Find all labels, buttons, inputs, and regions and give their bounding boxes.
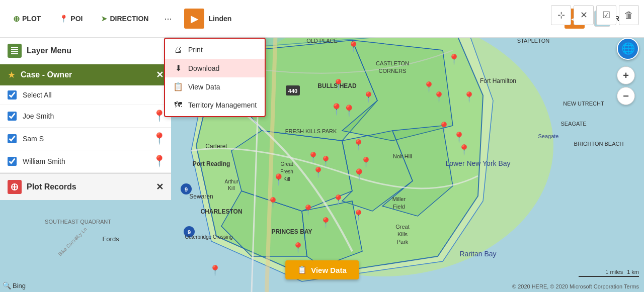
svg-text:📍: 📍	[319, 217, 332, 229]
copyright-text: © 2020 HERE, © 2020 Microsoft Corporatio…	[512, 283, 639, 289]
list-item: Sam S 📍	[0, 128, 171, 150]
view-data-button[interactable]: 📋 View Data	[285, 260, 359, 279]
cursor-icon: ⊹	[557, 10, 565, 21]
scale-miles: 1 miles	[605, 269, 623, 275]
territory-management-menu-item[interactable]: 🗺 Territory Management	[165, 96, 265, 114]
poi-label: POI	[70, 15, 83, 23]
case-owner-title: Case - Owner	[21, 70, 72, 79]
joe-smith-pin: 📍	[154, 110, 164, 122]
print-menu-item[interactable]: 🖨 Print	[165, 41, 265, 59]
svg-text:Port Reading: Port Reading	[193, 160, 230, 167]
svg-text:Carteret: Carteret	[205, 143, 227, 150]
poi-nav-button[interactable]: 📍 POI	[51, 11, 91, 27]
case-owner-header: ★ Case - Owner ✕	[0, 64, 171, 85]
svg-text:Lower New York Bay: Lower New York Bay	[445, 159, 510, 167]
joe-smith-label: Joe Smith	[23, 112, 148, 120]
svg-text:OLD PLACE: OLD PLACE	[306, 38, 338, 44]
svg-text:CHARLESTON: CHARLESTON	[200, 208, 242, 215]
svg-text:FRESH KILLS PARK: FRESH KILLS PARK	[285, 128, 337, 134]
svg-text:📍: 📍	[453, 131, 465, 143]
direction-nav-button[interactable]: ➤ DIRECTION	[93, 11, 156, 27]
print-icon: 🖨	[173, 45, 183, 54]
svg-text:Park: Park	[397, 239, 409, 245]
sam-s-label: Sam S	[23, 135, 148, 143]
zoom-out-button[interactable]: −	[617, 87, 635, 105]
svg-text:SOUTHEAST QUADRANT: SOUTHEAST QUADRANT	[45, 219, 111, 225]
svg-text:CASTLETON: CASTLETON	[376, 60, 409, 66]
svg-text:Miller: Miller	[392, 196, 406, 202]
check-tool-icon: ☑	[602, 10, 610, 21]
svg-text:📍: 📍	[332, 194, 345, 206]
layer-menu-header: Layer Menu	[0, 38, 171, 64]
view-data-icon-btn: 📋	[297, 265, 307, 274]
bing-label: Bing	[13, 282, 26, 289]
territory-label: Territory Management	[188, 101, 257, 109]
svg-rect-89	[11, 51, 18, 52]
svg-text:Raritan Bay: Raritan Bay	[459, 250, 496, 258]
svg-text:📍: 📍	[347, 41, 360, 53]
case-owner-close-button[interactable]: ✕	[156, 69, 164, 80]
linden-label: Linden	[208, 15, 231, 23]
svg-text:📍: 📍	[312, 166, 325, 178]
close-tool-button[interactable]: ✕	[574, 5, 594, 25]
svg-text:📍: 📍	[267, 197, 279, 209]
joe-smith-checkbox[interactable]	[8, 112, 17, 121]
territory-icon: 🗺	[173, 101, 183, 110]
view-data-icon: 📋	[173, 82, 183, 91]
svg-text:📍: 📍	[463, 91, 475, 103]
svg-text:📍: 📍	[352, 168, 366, 181]
plot-records-close-button[interactable]: ✕	[156, 181, 164, 192]
svg-text:PRINCES BAY: PRINCES BAY	[272, 228, 312, 235]
plot-label: PLOT	[22, 15, 41, 23]
direction-nav-label: DIRECTION	[110, 15, 148, 23]
sidebar: Layer Menu ★ Case - Owner ✕ Select All J…	[0, 38, 171, 200]
globe-button[interactable]: 🌐	[617, 38, 639, 60]
zoom-in-icon: +	[623, 70, 629, 81]
map-controls-right: 🌐 + −	[617, 38, 639, 105]
svg-text:440: 440	[288, 88, 297, 94]
svg-text:📍: 📍	[458, 144, 470, 156]
svg-text:Arthur: Arthur	[224, 179, 238, 184]
star-icon: ★	[8, 69, 16, 80]
svg-text:📍: 📍	[307, 151, 319, 163]
trash-tool-button[interactable]: 🗑	[619, 5, 639, 25]
svg-text:Fort Hamilton: Fort Hamilton	[480, 77, 516, 84]
cursor-tool-button[interactable]: ⊹	[551, 5, 571, 25]
svg-text:📍: 📍	[448, 53, 460, 65]
map-scale: 1 miles 1 km	[579, 269, 639, 277]
svg-text:📍: 📍	[319, 155, 332, 167]
svg-text:SEAGATE: SEAGATE	[560, 121, 586, 127]
view-data-menu-item[interactable]: 📋 View Data	[165, 77, 265, 96]
svg-text:STAPLETON: STAPLETON	[517, 38, 549, 44]
download-menu-item[interactable]: ⬇ Download	[165, 59, 265, 77]
trash-icon: 🗑	[624, 10, 633, 21]
collapse-arrow-button[interactable]: ▶	[184, 9, 204, 29]
svg-text:Fords: Fords	[102, 235, 119, 243]
bing-logo: 🔍 Bing	[3, 281, 26, 289]
william-smith-label: William Smith	[23, 157, 148, 165]
svg-text:BRIGHTON BEACH: BRIGHTON BEACH	[574, 141, 624, 147]
svg-text:9: 9	[185, 186, 188, 192]
svg-text:Great: Great	[395, 224, 410, 230]
map-controls-top: ⊹ ✕ ☑ 🗑	[551, 5, 639, 25]
select-all-checkbox[interactable]	[8, 90, 17, 100]
zoom-in-button[interactable]: +	[617, 66, 635, 84]
plot-nav-button[interactable]: ⊕ PLOT	[5, 10, 49, 28]
sam-s-checkbox[interactable]	[8, 134, 17, 143]
sam-s-pin: 📍	[154, 133, 164, 145]
svg-text:📍: 📍	[352, 209, 365, 221]
svg-text:📍: 📍	[272, 173, 286, 186]
download-icon: ⬇	[173, 63, 183, 73]
list-item: Select All	[0, 85, 171, 105]
william-smith-checkbox[interactable]	[8, 157, 17, 166]
svg-text:CORNERS: CORNERS	[378, 68, 406, 74]
svg-text:📍: 📍	[360, 156, 372, 168]
poi-icon: 📍	[59, 15, 68, 23]
check-tool-button[interactable]: ☑	[596, 5, 616, 25]
close-tool-icon: ✕	[580, 10, 588, 21]
svg-text:📍: 📍	[332, 78, 345, 90]
dropdown-menu: 🖨 Print ⬇ Download 📋 View Data 🗺 Territo…	[164, 38, 266, 117]
svg-text:📍: 📍	[302, 204, 314, 216]
svg-text:📍: 📍	[438, 121, 450, 133]
more-button[interactable]: ···	[159, 10, 177, 28]
